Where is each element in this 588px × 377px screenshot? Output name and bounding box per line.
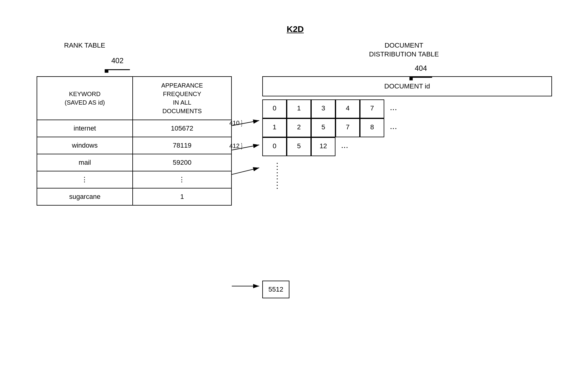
frequency-cell: 78119 — [133, 137, 231, 154]
vertical-dots: ⋮⋮⋮ — [262, 156, 552, 195]
sugarcane-doc-cell: 5512 — [262, 281, 289, 298]
doc-row-windows: 1 2 5 7 8 ··· — [262, 118, 552, 137]
doc-cell: 0 — [262, 99, 287, 118]
col-frequency-header: APPEARANCEFREQUENCYIN ALLDOCUMENTS — [133, 77, 231, 120]
doc-cell: 1 — [287, 99, 311, 118]
ellipsis: ··· — [384, 99, 403, 118]
brace-402: ⌐ — [102, 65, 132, 75]
table-row: sugarcane 1 — [37, 188, 231, 205]
doc-row-internet: 0 1 3 4 7 ··· — [262, 99, 552, 118]
keyword-cell: sugarcane — [37, 188, 133, 205]
doc-cell: 8 — [360, 118, 384, 137]
label-412-text: 412 — [229, 142, 239, 149]
keyword-cell: windows — [37, 137, 133, 154]
rank-table-title-text: RANK TABLE — [64, 41, 105, 49]
arrow-label-412: 412 } — [229, 142, 243, 150]
frequency-cell: 59200 — [133, 154, 231, 171]
doc-cell: 5 — [311, 118, 335, 137]
doc-dist-title-text: DOCUMENT DISTRIBUTION TABLE — [369, 41, 439, 58]
ellipsis: ··· — [384, 118, 403, 137]
diagram-container: K2D RANK TABLE 402 ⌐ DOCUMENT DISTRIBUTI… — [18, 24, 567, 345]
doc-cell: 2 — [287, 118, 311, 137]
doc-cell: 7 — [360, 99, 384, 118]
doc-dist-title: DOCUMENT DISTRIBUTION TABLE — [369, 41, 439, 59]
keyword-cell: internet — [37, 120, 133, 137]
svg-line-3 — [232, 168, 259, 174]
rank-table: KEYWORD(SAVED AS id) APPEARANCEFREQUENCY… — [37, 76, 232, 206]
doc-cell: 3 — [311, 99, 335, 118]
doc-cell: 4 — [335, 99, 360, 118]
doc-cell: 1 — [262, 118, 287, 137]
ellipsis: ··· — [335, 137, 354, 156]
table-row: ⋮ ⋮ — [37, 171, 231, 188]
doc-rows: 0 1 3 4 7 ··· 1 2 5 7 8 ··· 0 5 12 · — [262, 99, 552, 195]
col-keyword-header: KEYWORD(SAVED AS id) — [37, 77, 133, 120]
doc-cell: 5 — [287, 137, 311, 156]
label-410-text: 410 — [229, 120, 239, 127]
table-row: windows 78119 — [37, 137, 231, 154]
doc-row-mail: 0 5 12 ··· — [262, 137, 552, 156]
doc-cell: 0 — [262, 137, 287, 156]
doc-dist-table: DOCUMENT id 0 1 3 4 7 ··· 1 2 5 7 8 ··· — [262, 76, 552, 96]
frequency-cell: 105672 — [133, 120, 231, 137]
table-row: internet 105672 — [37, 120, 231, 137]
table-row: mail 59200 — [37, 154, 231, 171]
frequency-cell: 1 — [133, 188, 231, 205]
doc-id-header: DOCUMENT id — [262, 76, 552, 96]
doc-cell: 7 — [335, 118, 360, 137]
brace-410: } — [241, 119, 242, 127]
k2d-label: K2D — [287, 24, 304, 34]
brace-412: } — [241, 142, 242, 150]
keyword-cell: mail — [37, 154, 133, 171]
dots-cell: ⋮ — [37, 171, 133, 188]
arrow-label-410: 410 } — [229, 119, 243, 127]
doc-cell: 12 — [311, 137, 335, 156]
dots-cell: ⋮ — [133, 171, 231, 188]
rank-table-title: RANK TABLE — [64, 41, 105, 50]
